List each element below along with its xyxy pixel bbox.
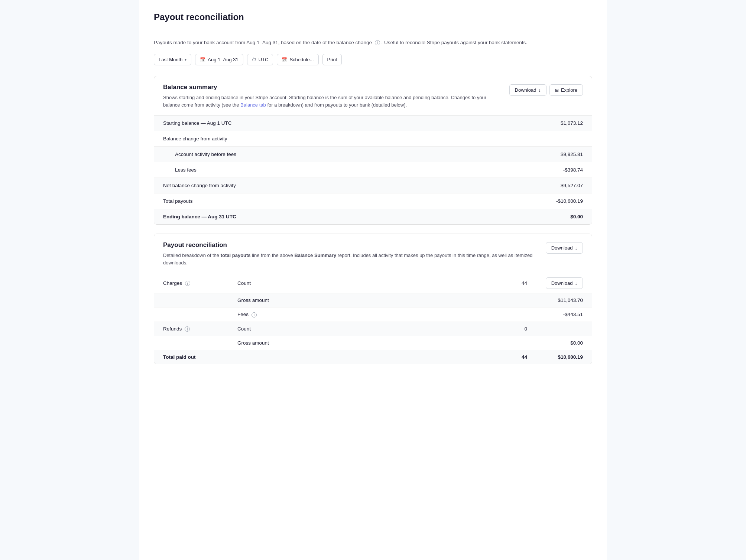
table-row: Net balance change from activity $9,527.… — [154, 178, 592, 193]
row-value: $1,073.12 — [538, 120, 583, 126]
download-icon: ↓ — [575, 280, 578, 286]
table-row: Balance change from activity — [154, 131, 592, 147]
refunds-count-label: Count — [237, 326, 312, 332]
gross-amount-value: $11,043.70 — [535, 297, 583, 303]
date-range-label: Aug 1–Aug 31 — [208, 57, 238, 62]
balance-summary-card: Balance summary Shows starting and endin… — [154, 76, 592, 225]
download-label: Download — [551, 280, 573, 286]
refunds-category-label: Refunds i — [163, 326, 237, 332]
payout-reconciliation-header: Payout reconciliation Detailed breakdown… — [154, 234, 592, 273]
table-row: Less fees -$398.74 — [154, 162, 592, 178]
grid-icon: ⊞ — [555, 88, 559, 93]
download-label: Download — [551, 245, 573, 251]
info-icon-description: i — [375, 40, 380, 45]
balance-summary-header-left: Balance summary Shows starting and endin… — [163, 84, 502, 108]
payout-reconciliation-actions: Download ↓ — [546, 242, 583, 254]
fees-label: Fees i — [237, 312, 312, 317]
download-icon: ↓ — [538, 87, 541, 93]
row-value: $0.00 — [538, 214, 583, 219]
row-value: $9,925.81 — [538, 152, 583, 157]
payout-reconciliation-header-left: Payout reconciliation Detailed breakdown… — [163, 241, 538, 266]
period-label: Last Month — [159, 57, 182, 62]
period-filter-button[interactable]: Last Month ▾ — [154, 54, 191, 65]
payout-reconciliation-table: Charges i Count 44 Download ↓ Gross amou… — [154, 273, 592, 364]
charges-download-button[interactable]: Download ↓ — [546, 277, 583, 289]
refunds-gross-value: $0.00 — [535, 340, 583, 346]
row-label: Balance change from activity — [163, 136, 538, 141]
balance-summary-actions: Download ↓ ⊞ Explore — [509, 84, 583, 96]
table-row: Total payouts -$10,600.19 — [154, 193, 592, 209]
balance-summary-explore-button[interactable]: ⊞ Explore — [549, 84, 583, 96]
payout-reconciliation-title: Payout reconciliation — [163, 241, 538, 249]
bold-balance-summary: Balance Summary — [294, 253, 336, 258]
page-description: Payouts made to your bank account from A… — [154, 39, 592, 46]
row-label: Net balance change from activity — [163, 183, 538, 188]
total-count: 44 — [312, 354, 535, 360]
info-icon-refunds: i — [185, 326, 190, 332]
refunds-gross-label: Gross amount — [237, 340, 312, 346]
timezone-filter-button[interactable]: ⏱ UTC — [247, 54, 273, 65]
recon-row-charges-fees: Fees i -$443.51 — [154, 307, 592, 322]
row-value: -$398.74 — [538, 167, 583, 173]
charges-download-action: Download ↓ — [535, 277, 583, 289]
payout-reconciliation-download-button[interactable]: Download ↓ — [546, 242, 583, 254]
charges-category-label: Charges i — [163, 280, 237, 286]
balance-summary-download-button[interactable]: Download ↓ — [509, 84, 546, 96]
table-row: Account activity before fees $9,925.81 — [154, 147, 592, 162]
print-label: Print — [327, 57, 337, 62]
info-icon-charges: i — [185, 281, 190, 286]
balance-summary-header: Balance summary Shows starting and endin… — [154, 76, 592, 115]
chevron-down-icon: ▾ — [185, 58, 186, 62]
charges-count-label: Count — [237, 280, 312, 286]
balance-summary-title: Balance summary — [163, 84, 502, 91]
total-amount: $10,600.19 — [535, 354, 583, 360]
row-value: $9,527.07 — [538, 183, 583, 188]
row-label: Account activity before fees — [175, 152, 538, 157]
bold-total-payouts: total payouts — [221, 253, 251, 258]
download-label: Download — [515, 87, 536, 93]
recon-row-refunds-count: Refunds i Count 0 — [154, 322, 592, 336]
table-row: Starting balance — Aug 1 UTC $1,073.12 — [154, 115, 592, 131]
info-icon-fees: i — [252, 312, 257, 318]
row-label: Total payouts — [163, 198, 538, 204]
recon-row-charges-count: Charges i Count 44 Download ↓ — [154, 273, 592, 293]
page-title: Payout reconciliation — [154, 12, 592, 30]
row-value: -$10,600.19 — [538, 198, 583, 204]
balance-summary-desc: Shows starting and ending balance in you… — [163, 94, 502, 108]
gross-amount-label: Gross amount — [237, 297, 312, 303]
total-paid-out-label: Total paid out — [163, 354, 237, 360]
recon-row-refunds-gross: Gross amount $0.00 — [154, 336, 592, 350]
clock-icon: ⏱ — [252, 57, 256, 62]
payout-reconciliation-card: Payout reconciliation Detailed breakdown… — [154, 234, 592, 364]
date-range-filter-button[interactable]: 📅 Aug 1–Aug 31 — [195, 54, 243, 65]
recon-row-total: Total paid out 44 $10,600.19 — [154, 350, 592, 364]
schedule-label: Schedule... — [289, 57, 314, 62]
recon-row-charges-gross: Gross amount $11,043.70 — [154, 293, 592, 307]
schedule-button[interactable]: 📅 Schedule... — [277, 54, 318, 65]
balance-tab-link[interactable]: Balance tab — [240, 102, 266, 108]
page-wrapper: Payout reconciliation Payouts made to yo… — [139, 0, 607, 560]
row-label: Ending balance — Aug 31 UTC — [163, 214, 538, 219]
table-row-ending-balance: Ending balance — Aug 31 UTC $0.00 — [154, 209, 592, 224]
timezone-label: UTC — [259, 57, 269, 62]
balance-summary-table: Starting balance — Aug 1 UTC $1,073.12 B… — [154, 115, 592, 224]
download-icon: ↓ — [575, 245, 578, 251]
explore-label: Explore — [561, 87, 577, 93]
fees-value: -$443.51 — [535, 312, 583, 317]
schedule-calendar-icon: 📅 — [282, 57, 287, 62]
payout-reconciliation-desc: Detailed breakdown of the total payouts … — [163, 252, 538, 266]
calendar-icon: 📅 — [200, 57, 205, 62]
filters-row: Last Month ▾ 📅 Aug 1–Aug 31 ⏱ UTC 📅 Sche… — [154, 54, 592, 65]
print-button[interactable]: Print — [322, 54, 342, 65]
row-label: Less fees — [175, 167, 538, 173]
refunds-count-value: 0 — [312, 326, 535, 332]
row-label: Starting balance — Aug 1 UTC — [163, 120, 538, 126]
charges-count-value: 44 — [312, 280, 535, 286]
